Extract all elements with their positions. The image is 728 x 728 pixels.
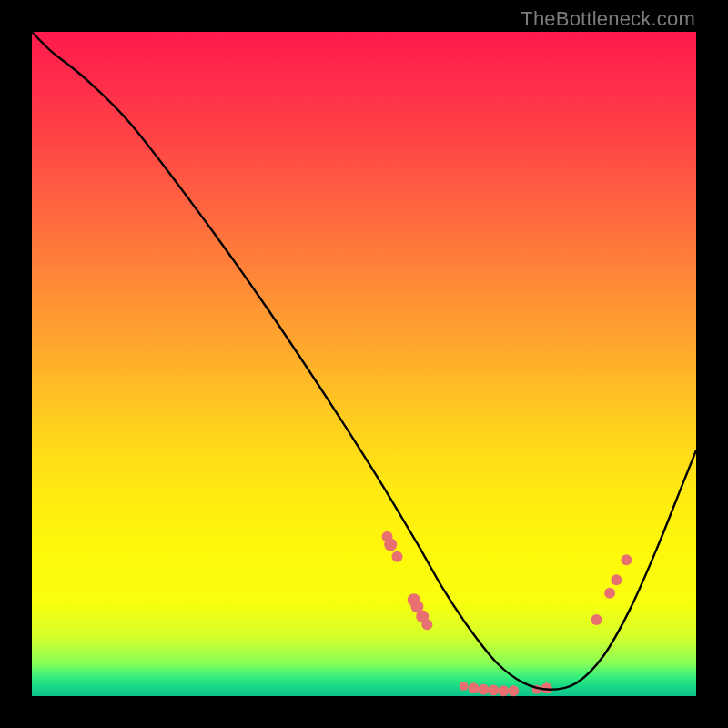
chart-marker [621, 554, 632, 565]
bottleneck-curve-line [32, 32, 696, 690]
chart-container: TheBottleneck.com [0, 0, 728, 728]
chart-marker [392, 551, 403, 562]
chart-marker [478, 684, 489, 695]
watermark-text: TheBottleneck.com [521, 7, 695, 31]
chart-marker [604, 588, 615, 599]
chart-marker [488, 684, 499, 695]
chart-marker [460, 682, 469, 691]
chart-marker [384, 539, 397, 551]
chart-marker [421, 619, 432, 630]
chart-marker [508, 685, 519, 696]
chart-marker [611, 574, 622, 585]
chart-marker [498, 685, 509, 696]
chart-svg [32, 32, 696, 696]
chart-marker [468, 682, 479, 693]
chart-marker [592, 614, 602, 625]
